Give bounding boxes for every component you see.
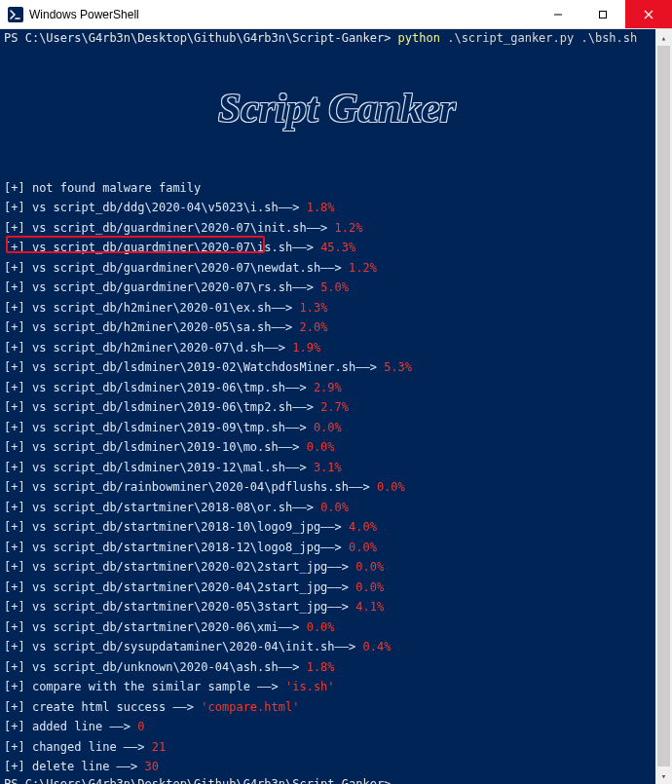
line-text: changed line ——> <box>32 740 152 754</box>
output-line: [+] vs script_db/lsdminer\2019-09\tmp.sh… <box>4 418 652 438</box>
output-line: [+] vs script_db/ddg\2020-04\v5023\i.sh—… <box>4 198 652 218</box>
terminal-viewport[interactable]: PS C:\Users\G4rb3n\Desktop\Github\G4rb3n… <box>0 29 672 784</box>
line-text: compare with the similar sample ——> <box>32 680 285 693</box>
output-line: [+] create html success ——> 'compare.htm… <box>4 697 652 718</box>
line-percent: 0.0% <box>307 440 335 454</box>
output-line: [+] added line ——> 0 <box>4 717 652 737</box>
line-text: vs script_db/startminer\2018-10\logo9_jp… <box>32 520 349 534</box>
output-line: [+] vs script_db/lsdminer\2019-12\mal.sh… <box>4 458 652 478</box>
line-prefix: [+] <box>4 680 32 693</box>
line-prefix: [+] <box>4 341 32 355</box>
line-text: not found malware family <box>32 181 201 195</box>
line-prefix: [+] <box>4 760 32 773</box>
prompt-line-top: PS C:\Users\G4rb3n\Desktop\Github\G4rb3n… <box>4 31 652 45</box>
line-prefix: [+] <box>4 700 32 714</box>
minimize-button[interactable] <box>536 0 580 28</box>
output-line: [+] vs script_db/rainbowminer\2020-04\pd… <box>4 477 652 498</box>
line-prefix: [+] <box>4 241 32 254</box>
line-text: vs script_db/h2miner\2020-07\d.sh——> <box>32 341 292 355</box>
line-text: vs script_db/rainbowminer\2020-04\pdflus… <box>32 480 377 494</box>
line-prefix: [+] <box>4 440 32 454</box>
line-prefix: [+] <box>4 400 32 414</box>
line-number: 30 <box>145 760 159 773</box>
line-prefix: [+] <box>4 600 32 614</box>
line-prefix: [+] <box>4 560 32 574</box>
output-line: [+] vs script_db/guardminer\2020-07\is.s… <box>4 238 652 258</box>
prompt-bottom-prefix: PS <box>4 777 25 785</box>
output-line: [+] compare with the similar sample ——> … <box>4 677 652 697</box>
line-text: vs script_db/guardminer\2020-07\init.sh—… <box>32 221 335 235</box>
line-percent: 0.0% <box>314 421 342 434</box>
line-text: vs script_db/h2miner\2020-05\sa.sh——> <box>32 320 300 334</box>
window-title: Windows PowerShell <box>29 8 536 21</box>
line-prefix: [+] <box>4 261 32 275</box>
line-text: vs script_db/h2miner\2020-01\ex.sh——> <box>32 301 300 315</box>
line-percent: 2.9% <box>314 381 342 394</box>
line-prefix: [+] <box>4 541 32 554</box>
line-prefix: [+] <box>4 221 32 235</box>
prompt-prefix: PS <box>4 31 25 45</box>
output-line: [+] vs script_db/startminer\2018-10\logo… <box>4 517 652 538</box>
line-text: added line ——> <box>32 720 137 733</box>
output-line: [+] vs script_db/startminer\2018-08\or.s… <box>4 498 652 518</box>
line-prefix: [+] <box>4 280 32 294</box>
prompt-line-bottom[interactable]: PS C:\Users\G4rb3n\Desktop\Github\G4rb3n… <box>4 777 652 785</box>
line-prefix: [+] <box>4 201 32 214</box>
line-quoted: 'is.sh' <box>285 680 335 693</box>
command-executable: python <box>398 31 440 45</box>
line-percent: 5.0% <box>320 280 349 294</box>
line-quoted: 'compare.html' <box>201 700 299 714</box>
window-controls <box>536 0 672 28</box>
scrollbar-up-button[interactable]: ▴ <box>655 29 672 46</box>
output-line: [+] vs script_db/lsdminer\2019-02\Watchd… <box>4 357 652 378</box>
scrollbar-thumb[interactable] <box>657 46 670 766</box>
line-text: delete line ——> <box>32 760 145 773</box>
line-text: vs script_db/lsdminer\2019-10\mo.sh——> <box>32 440 307 454</box>
line-prefix: [+] <box>4 520 32 534</box>
output-line: [+] vs script_db/h2miner\2020-07\d.sh——>… <box>4 338 652 358</box>
line-percent: 1.2% <box>349 261 377 275</box>
powershell-icon <box>8 7 23 22</box>
output-line: [+] vs script_db/lsdminer\2019-06\tmp2.s… <box>4 397 652 418</box>
line-text: create html success ——> <box>32 700 201 714</box>
prompt-path: C:\Users\G4rb3n\Desktop\Github\G4rb3n\Sc… <box>25 31 392 45</box>
output-line: [+] not found malware family <box>4 178 652 199</box>
window-titlebar: Windows PowerShell <box>0 0 672 29</box>
vertical-scrollbar[interactable]: ▴ ▾ <box>655 29 672 784</box>
line-percent: 5.3% <box>384 360 412 374</box>
close-button[interactable] <box>625 0 672 28</box>
output-line: [+] vs script_db/lsdminer\2019-10\mo.sh—… <box>4 437 652 458</box>
line-text: vs script_db/guardminer\2020-07\rs.sh——> <box>32 280 320 294</box>
line-text: vs script_db/unknown\2020-04\ash.sh——> <box>32 660 307 674</box>
output-line: [+] vs script_db/h2miner\2020-01\ex.sh——… <box>4 298 652 318</box>
output-line: [+] vs script_db/h2miner\2020-05\sa.sh——… <box>4 317 652 338</box>
prompt-bottom-path: C:\Users\G4rb3n\Desktop\Github\G4rb3n\Sc… <box>25 777 392 785</box>
svg-rect-0 <box>8 7 23 22</box>
output-lines: [+] not found malware family[+] vs scrip… <box>4 178 652 777</box>
command-args: .\script_ganker.py .\bsh.sh <box>440 31 637 45</box>
maximize-button[interactable] <box>580 0 625 28</box>
line-prefix: [+] <box>4 421 32 434</box>
line-percent: 0.0% <box>377 480 405 494</box>
line-percent: 1.8% <box>307 201 335 214</box>
line-prefix: [+] <box>4 480 32 494</box>
terminal-content: PS C:\Users\G4rb3n\Desktop\Github\G4rb3n… <box>4 31 652 784</box>
scrollbar-down-button[interactable]: ▾ <box>655 767 672 784</box>
line-percent: 45.3% <box>320 241 355 254</box>
line-percent: 0.0% <box>307 620 335 634</box>
output-line: [+] vs script_db/lsdminer\2019-06\tmp.sh… <box>4 378 652 398</box>
line-text: vs script_db/startminer\2020-02\2start_j… <box>32 560 355 574</box>
line-text: vs script_db/lsdminer\2019-06\tmp2.sh——> <box>32 400 320 414</box>
line-prefix: [+] <box>4 640 32 653</box>
line-percent: 4.0% <box>349 520 377 534</box>
line-text: vs script_db/lsdminer\2019-12\mal.sh——> <box>32 461 314 474</box>
output-line: [+] delete line ——> 30 <box>4 757 652 777</box>
output-line: [+] vs script_db/guardminer\2020-07\init… <box>4 218 652 239</box>
line-percent: 1.8% <box>307 660 335 674</box>
output-line: [+] vs script_db/guardminer\2020-07\rs.s… <box>4 278 652 298</box>
line-prefix: [+] <box>4 620 32 634</box>
line-percent: 2.0% <box>299 320 327 334</box>
line-percent: 1.2% <box>335 221 363 235</box>
output-line: [+] vs script_db/startminer\2020-02\2sta… <box>4 557 652 578</box>
line-text: vs script_db/ddg\2020-04\v5023\i.sh——> <box>32 201 307 214</box>
